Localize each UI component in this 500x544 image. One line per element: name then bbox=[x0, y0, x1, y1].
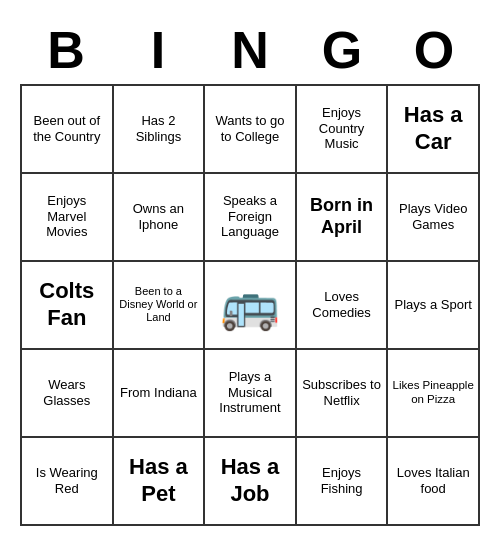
cell-3-2[interactable]: Plays a Musical Instrument bbox=[205, 350, 297, 438]
bingo-grid: Been out of the Country Has 2 Siblings W… bbox=[20, 84, 480, 526]
cell-1-0[interactable]: Enjoys Marvel Movies bbox=[22, 174, 114, 262]
cell-4-2[interactable]: Has a Job bbox=[205, 438, 297, 526]
cell-2-3[interactable]: Loves Comedies bbox=[297, 262, 389, 350]
cell-3-4[interactable]: Likes Pineapple on Pizza bbox=[388, 350, 480, 438]
cell-1-3[interactable]: Born in April bbox=[297, 174, 389, 262]
header-i: I bbox=[112, 18, 204, 83]
cell-0-1[interactable]: Has 2 Siblings bbox=[114, 86, 206, 174]
cell-2-0[interactable]: Colts Fan bbox=[22, 262, 114, 350]
cell-3-3[interactable]: Subscribes to Netflix bbox=[297, 350, 389, 438]
cell-4-0[interactable]: Is Wearing Red bbox=[22, 438, 114, 526]
header-n: N bbox=[204, 18, 296, 83]
bingo-header: B I N G O bbox=[20, 18, 480, 83]
bingo-card: B I N G O Been out of the Country Has 2 … bbox=[10, 8, 490, 535]
cell-0-0[interactable]: Been out of the Country bbox=[22, 86, 114, 174]
cell-2-1[interactable]: Been to a Disney World or Land bbox=[114, 262, 206, 350]
cell-2-4[interactable]: Plays a Sport bbox=[388, 262, 480, 350]
cell-2-2-bus[interactable]: 🚌 bbox=[205, 262, 297, 350]
cell-4-4[interactable]: Loves Italian food bbox=[388, 438, 480, 526]
cell-4-1[interactable]: Has a Pet bbox=[114, 438, 206, 526]
cell-1-4[interactable]: Plays Video Games bbox=[388, 174, 480, 262]
cell-1-2[interactable]: Speaks a Foreign Language bbox=[205, 174, 297, 262]
cell-3-0[interactable]: Wears Glasses bbox=[22, 350, 114, 438]
cell-3-1[interactable]: From Indiana bbox=[114, 350, 206, 438]
cell-0-2[interactable]: Wants to go to College bbox=[205, 86, 297, 174]
cell-0-3[interactable]: Enjoys Country Music bbox=[297, 86, 389, 174]
cell-0-4[interactable]: Has a Car bbox=[388, 86, 480, 174]
header-o: O bbox=[388, 18, 480, 83]
cell-4-3[interactable]: Enjoys Fishing bbox=[297, 438, 389, 526]
header-b: B bbox=[20, 18, 112, 83]
cell-1-1[interactable]: Owns an Iphone bbox=[114, 174, 206, 262]
header-g: G bbox=[296, 18, 388, 83]
